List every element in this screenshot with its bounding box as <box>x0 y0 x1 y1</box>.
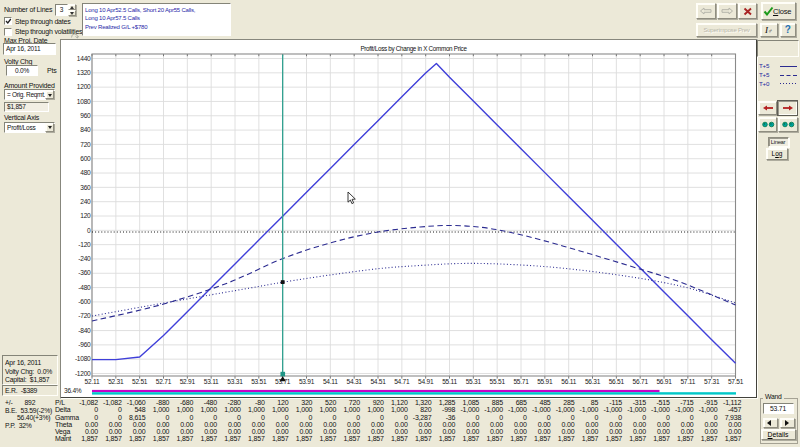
svg-text:-1080: -1080 <box>75 355 91 362</box>
svg-text:54.91: 54.91 <box>418 378 434 385</box>
svg-text:57.31: 57.31 <box>704 378 720 385</box>
svg-text:480: 480 <box>80 169 91 176</box>
svg-text:54.51: 54.51 <box>370 378 386 385</box>
svg-text:840: 840 <box>80 126 91 133</box>
svg-text:53.51: 53.51 <box>251 378 267 385</box>
svg-text:56.31: 56.31 <box>585 378 601 385</box>
svg-text:54.11: 54.11 <box>323 378 338 385</box>
svg-text:960: 960 <box>80 112 91 119</box>
svg-text:55.91: 55.91 <box>537 378 553 385</box>
svg-text:52.51: 52.51 <box>132 378 148 385</box>
svg-text:1200: 1200 <box>77 83 91 90</box>
svg-text:720: 720 <box>80 141 91 148</box>
svg-text:53.11: 53.11 <box>204 378 219 385</box>
svg-text:-720: -720 <box>78 312 91 319</box>
svg-text:1080: 1080 <box>77 98 91 105</box>
svg-text:55.51: 55.51 <box>490 378 506 385</box>
svg-text:1320: 1320 <box>77 69 91 76</box>
svg-text:56.11: 56.11 <box>561 378 576 385</box>
svg-text:36.4%: 36.4% <box>64 387 82 394</box>
svg-text:56.71: 56.71 <box>633 378 649 385</box>
svg-text:120: 120 <box>80 212 91 219</box>
svg-text:1440: 1440 <box>77 55 91 62</box>
svg-text:54.31: 54.31 <box>347 378 363 385</box>
svg-text:Profit/Loss by Change in X Com: Profit/Loss by Change in X Common Price <box>360 45 467 53</box>
svg-text:-840: -840 <box>78 327 91 334</box>
svg-text:56.91: 56.91 <box>656 378 672 385</box>
svg-text:-240: -240 <box>78 255 91 262</box>
svg-text:240: 240 <box>80 198 91 205</box>
svg-text:57.51: 57.51 <box>728 378 744 385</box>
svg-text:0: 0 <box>87 227 91 234</box>
svg-text:600: 600 <box>80 155 91 162</box>
svg-text:52.31: 52.31 <box>108 378 124 385</box>
svg-text:57.11: 57.11 <box>680 378 695 385</box>
svg-text:360: 360 <box>80 184 91 191</box>
svg-text:-360: -360 <box>78 269 91 276</box>
svg-text:56.51: 56.51 <box>609 378 625 385</box>
svg-text:-120: -120 <box>78 241 91 248</box>
svg-text:52.11: 52.11 <box>85 378 100 385</box>
svg-text:55.31: 55.31 <box>466 378 482 385</box>
svg-text:-600: -600 <box>78 298 91 305</box>
svg-text:52.91: 52.91 <box>180 378 196 385</box>
svg-text:53.91: 53.91 <box>299 378 315 385</box>
svg-text:-1200: -1200 <box>75 370 91 377</box>
svg-text:52.71: 52.71 <box>156 378 172 385</box>
svg-text:55.11: 55.11 <box>442 378 457 385</box>
svg-text:53.31: 53.31 <box>227 378 243 385</box>
svg-text:-960: -960 <box>78 341 91 348</box>
svg-text:54.71: 54.71 <box>394 378 410 385</box>
svg-text:-480: -480 <box>78 284 91 291</box>
svg-text:55.71: 55.71 <box>513 378 529 385</box>
